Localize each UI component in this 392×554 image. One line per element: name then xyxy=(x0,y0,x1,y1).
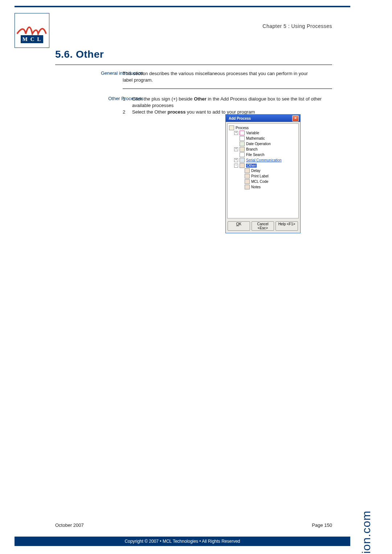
tree-item[interactable]: File Search xyxy=(234,152,298,157)
step-number: 1 xyxy=(123,96,132,109)
step-text-pre: Select the Other xyxy=(132,109,168,115)
file-icon xyxy=(240,152,245,157)
step-text: Click the plus sign (+) beside Other in … xyxy=(132,96,326,109)
cancel-button[interactable]: Cancel <Esc> xyxy=(252,221,274,231)
ok-rest: K xyxy=(239,222,242,226)
tree-item[interactable]: +Variable xyxy=(234,130,298,135)
process-tree[interactable]: Process +VariableMathematicDate Operatio… xyxy=(228,125,298,190)
tree-item[interactable]: Delay xyxy=(239,168,298,173)
step-text-pre: Click the plus sign (+) beside xyxy=(132,96,194,102)
body-general-intro: This section describes the various misce… xyxy=(123,70,315,83)
section-title: 5.6. Other xyxy=(55,49,104,60)
close-icon[interactable]: × xyxy=(292,115,299,122)
title-rule xyxy=(55,65,332,65)
tree-item[interactable]: +Serial Communication xyxy=(234,157,298,163)
mid-rule xyxy=(123,89,332,89)
step-text-bold: process xyxy=(168,109,186,115)
step-row: 1 Click the plus sign (+) beside Other i… xyxy=(123,96,326,109)
collapse-icon[interactable]: - xyxy=(234,164,238,168)
tree-label[interactable]: Other xyxy=(246,164,257,168)
branch-icon xyxy=(240,147,245,152)
dialog-titlebar[interactable]: Add Process × xyxy=(226,115,300,122)
ok-button[interactable]: OK xyxy=(228,221,250,231)
tree-item[interactable]: Date Operation xyxy=(234,141,298,146)
tree-label[interactable]: Serial Communication xyxy=(246,158,282,162)
leaf-icon xyxy=(245,168,250,173)
var-icon xyxy=(240,131,245,135)
tree-label[interactable]: File Search xyxy=(246,153,265,157)
other-icon xyxy=(240,163,245,168)
tree-label[interactable]: Date Operation xyxy=(246,142,271,146)
side-url: www.mcl-collection.com xyxy=(360,510,373,554)
tree-item[interactable]: MCL Code xyxy=(239,179,298,184)
top-rule xyxy=(15,6,350,7)
tree-label[interactable]: Mathematic xyxy=(246,136,265,140)
step-number: 2 xyxy=(123,109,132,115)
tree-item[interactable]: Notes xyxy=(239,184,298,189)
footer-bar: Copyright © 2007 • MCL Technologies • Al… xyxy=(15,537,350,546)
svg-text:M C L: M C L xyxy=(23,36,42,42)
side-url-text: www.mcl-collection.com xyxy=(360,510,373,554)
footer-meta: October 2007 Page 150 xyxy=(55,522,332,528)
math-icon xyxy=(240,136,245,141)
process-icon xyxy=(229,126,234,130)
tree-label[interactable]: Branch xyxy=(246,147,258,151)
tree-label[interactable]: Delay xyxy=(251,169,261,173)
date-icon xyxy=(240,141,245,146)
expand-icon[interactable]: + xyxy=(234,147,238,151)
step-text-bold: Other xyxy=(194,96,207,102)
tree-label: Process xyxy=(236,126,249,130)
help-button[interactable]: Help <F1> xyxy=(275,221,298,231)
expand-icon[interactable]: + xyxy=(234,131,238,135)
mcl-logo: M C L TECHNOLOGIES xyxy=(15,13,49,48)
tree-label[interactable]: MCL Code xyxy=(251,180,268,184)
tree-label[interactable]: Variable xyxy=(246,131,259,135)
tree-label[interactable]: Notes xyxy=(251,185,261,189)
tree-label[interactable]: Print Label xyxy=(251,174,269,178)
ok-underline: O xyxy=(236,222,239,226)
dialog-button-row: OK Cancel <Esc> Help <F1> xyxy=(226,220,300,233)
tree-item[interactable]: +Branch xyxy=(234,147,298,152)
tree-root[interactable]: Process xyxy=(229,125,298,130)
leaf-icon xyxy=(245,185,250,189)
leaf-icon xyxy=(245,179,250,184)
steps-list: 1 Click the plus sign (+) beside Other i… xyxy=(123,96,326,116)
svg-text:TECHNOLOGIES: TECHNOLOGIES xyxy=(21,43,42,45)
tree-item[interactable]: -Other xyxy=(234,163,298,168)
expand-icon[interactable]: + xyxy=(234,158,238,162)
chapter-header: Chapter 5 : Using Processes xyxy=(262,23,332,29)
leaf-icon xyxy=(245,174,250,178)
footer-date: October 2007 xyxy=(55,522,84,528)
tree-item[interactable]: Print Label xyxy=(239,173,298,178)
dialog-title: Add Process xyxy=(229,116,251,120)
add-process-dialog: Add Process × Process +VariableMathemati… xyxy=(225,114,301,233)
tree-area: Process +VariableMathematicDate Operatio… xyxy=(227,123,299,218)
footer-page: Page 150 xyxy=(312,522,332,528)
serial-icon xyxy=(240,158,245,163)
footer-copyright: Copyright © 2007 • MCL Technologies • Al… xyxy=(124,539,240,544)
tree-item[interactable]: Mathematic xyxy=(234,136,298,141)
